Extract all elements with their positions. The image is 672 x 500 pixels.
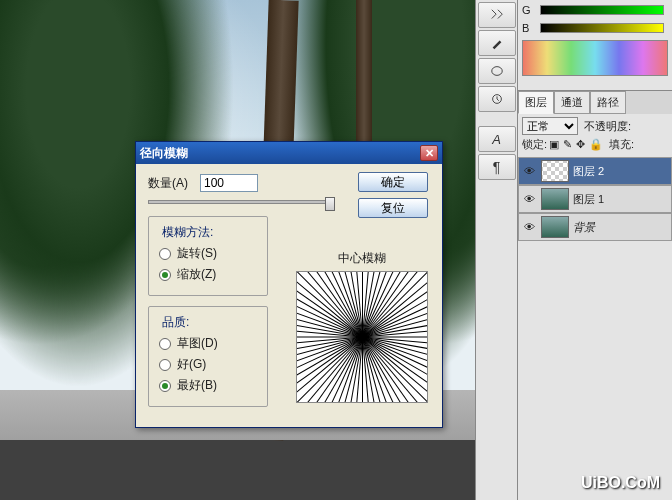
blur-method-legend: 模糊方法: [159, 224, 216, 241]
radio-spin-label: 旋转(S) [177, 245, 217, 262]
layer-name: 背景 [573, 220, 595, 235]
reset-button[interactable]: 复位 [358, 198, 428, 218]
color-panel: G B [518, 0, 672, 80]
layer-thumbnail [541, 160, 569, 182]
radio-good-label: 好(G) [177, 356, 206, 373]
blur-method-group: 模糊方法: 旋转(S) 缩放(Z) [148, 216, 268, 296]
color-g-row: G [522, 4, 668, 16]
dialog-title: 径向模糊 [140, 145, 188, 162]
tool-brush-icon[interactable] [478, 30, 516, 56]
radio-zoom[interactable]: 缩放(Z) [159, 266, 257, 283]
quality-legend: 品质: [159, 314, 192, 331]
amount-label: 数量(A) [148, 175, 188, 192]
layer-row[interactable]: 👁图层 2 [518, 157, 672, 185]
tab-paths[interactable]: 路径 [590, 91, 626, 114]
amount-input[interactable] [200, 174, 258, 192]
visibility-eye-icon[interactable]: 👁 [521, 165, 537, 177]
amount-slider[interactable] [148, 200, 328, 204]
radio-spin[interactable]: 旋转(S) [159, 245, 257, 262]
lock-label: 锁定: [522, 137, 547, 152]
blur-center-preview[interactable] [296, 271, 428, 403]
radio-best[interactable]: 最好(B) [159, 377, 257, 394]
radio-draft-label: 草图(D) [177, 335, 218, 352]
tool-a-icon[interactable]: A [478, 126, 516, 152]
quality-group: 品质: 草图(D) 好(G) 最好(B) [148, 306, 268, 407]
opacity-label: 不透明度: [584, 119, 631, 134]
color-b-row: B [522, 22, 668, 34]
layer-thumbnail [541, 216, 569, 238]
layer-name: 图层 2 [573, 164, 604, 179]
tool-palette-icon[interactable] [478, 58, 516, 84]
layer-row[interactable]: 👁背景 [518, 213, 672, 241]
color-b-label: B [522, 22, 536, 34]
layer-name: 图层 1 [573, 192, 604, 207]
color-g-slider[interactable] [540, 5, 664, 15]
color-spectrum[interactable] [522, 40, 668, 76]
lock-transparency-icon[interactable]: ▣ [549, 138, 559, 151]
color-b-slider[interactable] [540, 23, 664, 33]
layer-list: 👁图层 2👁图层 1👁背景 [518, 157, 672, 241]
ok-button[interactable]: 确定 [358, 172, 428, 192]
layers-panel: 图层 通道 路径 正常 不透明度: 锁定: ▣ ✎ ✥ 🔒 填充: 👁图层 2👁… [518, 90, 672, 241]
layer-thumbnail [541, 188, 569, 210]
tool-paragraph-icon[interactable]: ¶ [478, 154, 516, 180]
radio-best-label: 最好(B) [177, 377, 217, 394]
right-panel: G B 图层 通道 路径 正常 不透明度: 锁定: ▣ ✎ ✥ 🔒 [517, 0, 672, 500]
layer-row[interactable]: 👁图层 1 [518, 185, 672, 213]
radial-blur-dialog: 径向模糊 ✕ 确定 复位 数量(A) 模糊方法: 旋转(S) 缩放(Z) 品质:… [135, 141, 443, 428]
tab-layers[interactable]: 图层 [518, 91, 554, 114]
svg-point-0 [491, 67, 502, 76]
visibility-eye-icon[interactable]: 👁 [521, 193, 537, 205]
lock-pixels-icon[interactable]: ✎ [563, 138, 572, 151]
watermark-uibo: UiBO.CoM [581, 474, 660, 492]
vertical-toolbar: A ¶ [475, 0, 517, 500]
radio-good[interactable]: 好(G) [159, 356, 257, 373]
tab-channels[interactable]: 通道 [554, 91, 590, 114]
dialog-titlebar[interactable]: 径向模糊 ✕ [136, 142, 442, 164]
tool-history-icon[interactable] [478, 86, 516, 112]
visibility-eye-icon[interactable]: 👁 [521, 221, 537, 233]
tool-options-icon[interactable] [478, 2, 516, 28]
radio-zoom-label: 缩放(Z) [177, 266, 216, 283]
blend-mode-select[interactable]: 正常 [522, 117, 578, 135]
lock-position-icon[interactable]: ✥ [576, 138, 585, 151]
fill-label: 填充: [609, 137, 634, 152]
lock-all-icon[interactable]: 🔒 [589, 138, 603, 151]
amount-slider-thumb[interactable] [325, 197, 335, 211]
color-g-label: G [522, 4, 536, 16]
radio-draft[interactable]: 草图(D) [159, 335, 257, 352]
close-icon[interactable]: ✕ [420, 145, 438, 161]
preview-label: 中心模糊 [296, 250, 428, 267]
